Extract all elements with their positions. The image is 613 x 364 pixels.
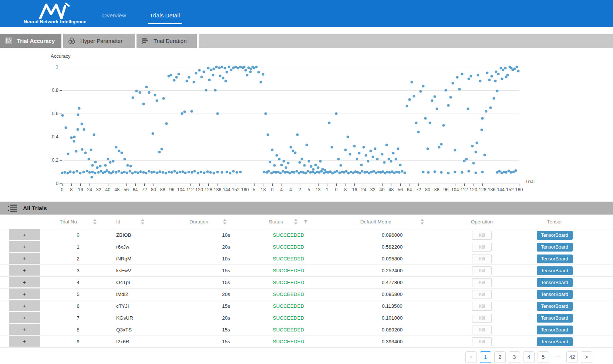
kill-button[interactable]: Kill (472, 243, 492, 252)
scatter-point[interactable] (346, 136, 349, 138)
scatter-point[interactable] (73, 140, 75, 142)
tensorboard-button[interactable]: TensorBoard (537, 326, 573, 334)
scatter-point[interactable] (515, 169, 517, 172)
scatter-point[interactable] (395, 171, 398, 173)
scatter-point[interactable] (360, 164, 363, 166)
scatter-point[interactable] (186, 80, 188, 82)
scatter-point[interactable] (356, 158, 358, 160)
scatter-point[interactable] (317, 166, 319, 169)
scatter-point[interactable] (72, 171, 75, 174)
scatter-point[interactable] (246, 74, 249, 77)
scatter-point[interactable] (134, 171, 137, 173)
scatter-point[interactable] (76, 128, 79, 131)
scatter-point[interactable] (64, 126, 67, 129)
row-expander[interactable]: + (9, 324, 40, 336)
scatter-point[interactable] (472, 162, 475, 164)
scatter-point[interactable] (474, 151, 477, 153)
scatter-point[interactable] (109, 161, 111, 164)
scatter-point[interactable] (81, 123, 83, 125)
scatter-point[interactable] (91, 164, 94, 167)
page-button[interactable]: < (465, 351, 477, 363)
scatter-point[interactable] (215, 66, 218, 68)
scatter-point[interactable] (115, 146, 117, 149)
scatter-point[interactable] (145, 172, 148, 174)
scatter-point[interactable] (476, 141, 478, 144)
scatter-point[interactable] (87, 158, 90, 160)
scatter-point[interactable] (392, 152, 395, 155)
sort-arrows-icon[interactable] (93, 219, 97, 225)
tensorboard-button[interactable]: TensorBoard (537, 255, 573, 263)
scatter-point[interactable] (262, 73, 265, 76)
scatter-point[interactable] (75, 170, 78, 173)
scatter-point[interactable] (115, 171, 117, 173)
scatter-point[interactable] (376, 158, 379, 160)
scatter-point[interactable] (209, 171, 212, 174)
scatter-point[interactable] (447, 104, 449, 107)
tensorboard-button[interactable]: TensorBoard (537, 337, 573, 346)
scatter-point[interactable] (243, 66, 245, 68)
scatter-point[interactable] (349, 153, 351, 156)
scatter-point[interactable] (383, 161, 385, 164)
scatter-point[interactable] (294, 151, 296, 154)
scatter-point[interactable] (225, 71, 228, 74)
scatter-point[interactable] (488, 78, 491, 81)
scatter-point[interactable] (451, 82, 454, 85)
scatter-point[interactable] (173, 79, 175, 82)
scatter-point[interactable] (289, 146, 292, 149)
scatter-point[interactable] (169, 74, 172, 77)
scatter-point[interactable] (176, 172, 179, 174)
page-button[interactable]: 42 (566, 351, 578, 363)
scatter-point[interactable] (371, 155, 374, 158)
scatter-point[interactable] (304, 172, 307, 174)
scatter-point[interactable] (296, 133, 299, 136)
scatter-point[interactable] (422, 85, 424, 87)
scatter-point[interactable] (129, 165, 132, 167)
scatter-point[interactable] (422, 171, 424, 173)
scatter-point[interactable] (142, 171, 145, 174)
scatter-point[interactable] (481, 171, 484, 173)
row-expander[interactable]: + (9, 336, 40, 347)
scatter-point[interactable] (112, 170, 115, 173)
scatter-point[interactable] (191, 171, 193, 174)
scatter-point[interactable] (69, 171, 72, 173)
scatter-point[interactable] (155, 100, 158, 102)
scatter-point[interactable] (278, 158, 280, 160)
tensorboard-button[interactable]: TensorBoard (537, 266, 573, 275)
scatter-point[interactable] (135, 90, 138, 92)
scatter-point[interactable] (93, 133, 95, 136)
scatter-point[interactable] (229, 172, 232, 174)
scatter-point[interactable] (78, 107, 80, 109)
sort-arrows-icon[interactable] (141, 219, 144, 225)
scatter-point[interactable] (493, 97, 495, 100)
scatter-point[interactable] (120, 151, 123, 154)
scatter-point[interactable] (305, 144, 308, 146)
scatter-point[interactable] (148, 170, 150, 172)
scatter-point[interactable] (168, 171, 170, 173)
scatter-point[interactable] (390, 160, 393, 163)
scatter-point[interactable] (216, 171, 219, 173)
scatter-point[interactable] (468, 170, 470, 173)
column-duration[interactable]: Duration (164, 215, 252, 229)
scatter-point[interactable] (173, 170, 176, 172)
scatter-point[interactable] (438, 146, 440, 149)
scatter-point[interactable] (73, 136, 76, 138)
scatter-point[interactable] (264, 112, 267, 115)
scatter-point[interactable] (435, 108, 438, 110)
row-expander[interactable]: + (9, 253, 40, 264)
scatter-point[interactable] (494, 80, 496, 82)
scatter-point[interactable] (225, 171, 228, 173)
sort-arrows-icon[interactable] (421, 219, 424, 225)
scatter-point[interactable] (190, 110, 193, 112)
scatter-point[interactable] (497, 73, 500, 75)
scatter-point[interactable] (139, 171, 142, 173)
scatter-point[interactable] (429, 122, 431, 124)
scatter-point[interactable] (205, 89, 208, 92)
scatter-point[interactable] (489, 107, 492, 109)
scatter-point[interactable] (124, 158, 126, 160)
scatter-point[interactable] (479, 80, 482, 82)
row-expander[interactable]: + (9, 241, 40, 253)
row-expander[interactable]: + (9, 312, 40, 324)
scatter-point[interactable] (123, 171, 125, 173)
scatter-point[interactable] (310, 165, 313, 168)
scatter-point[interactable] (183, 111, 186, 113)
